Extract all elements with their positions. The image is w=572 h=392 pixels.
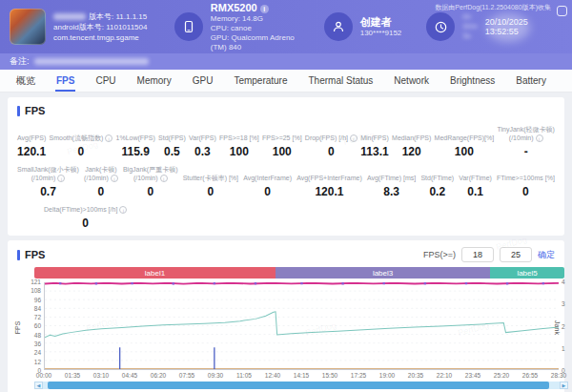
stat-cell: Avg(FTime) [ms]8.3 bbox=[367, 174, 416, 198]
info-icon[interactable]: i bbox=[119, 206, 127, 214]
stat-cell: Std(FTime)0.2 bbox=[420, 174, 454, 198]
stat-value: 0.7 bbox=[17, 185, 79, 198]
info-icon[interactable]: i bbox=[57, 175, 65, 182]
tab-memory[interactable]: Memory bbox=[129, 70, 180, 92]
stats-row: Avg(FPS)120.1Smooth(流畅指数)i01%Low(FPS)115… bbox=[17, 125, 555, 158]
x-axis-ticks: 00:0001:3503:1004:4506:2007:5509:3011:05… bbox=[44, 372, 559, 381]
stat-label: Smooth(流畅指数)i bbox=[49, 134, 112, 142]
xtick: 00:00 bbox=[36, 372, 51, 379]
game-version-line1: 版本号: 11.1.1.15 bbox=[53, 11, 147, 22]
stat-cell: Avg(InterFrame)0 bbox=[243, 174, 292, 198]
device-memory: Memory: 14.8G bbox=[211, 14, 299, 24]
stat-cell: Delta(FTime)>100ms [/h]i0 bbox=[44, 205, 127, 230]
tab-gpu[interactable]: GPU bbox=[184, 70, 222, 92]
tab-cpu[interactable]: CPU bbox=[87, 70, 124, 92]
fps-threshold-controls: FPS(>=) 确定 bbox=[423, 247, 555, 262]
fps-chart-svg bbox=[45, 282, 559, 369]
ytick: 12 bbox=[34, 359, 41, 365]
remark-masked-text bbox=[34, 58, 149, 65]
stat-value: 8.3 bbox=[367, 185, 416, 198]
scene-label-label5[interactable]: label5 bbox=[490, 267, 564, 279]
tab-fps[interactable]: FPS bbox=[48, 70, 83, 92]
stat-label: Avg(FPS+InterFrame) bbox=[296, 174, 362, 182]
xtick: 28:30 bbox=[551, 372, 566, 379]
stat-value: 120.1 bbox=[296, 185, 362, 198]
tab-network[interactable]: Network bbox=[385, 70, 438, 92]
stat-label: Median(FPS) bbox=[392, 134, 431, 142]
stat-cell: Stutter(卡顿率) [%]0 bbox=[183, 174, 238, 198]
tab-temperature[interactable]: Temperature bbox=[225, 70, 296, 92]
stat-cell: TinyJank(轻微卡顿)(/10min)i- bbox=[497, 125, 554, 158]
stat-label: Var(FPS) bbox=[189, 134, 216, 142]
game-app-icon bbox=[10, 9, 46, 45]
tab-brightness[interactable]: Brightness bbox=[441, 70, 503, 92]
fps-threshold-high-input[interactable] bbox=[500, 247, 532, 262]
float-widget-icon[interactable] bbox=[557, 6, 567, 16]
xtick: 14:15 bbox=[294, 372, 309, 379]
scrollbar-left-arrow-icon[interactable]: ◀ bbox=[34, 382, 43, 389]
stat-cell: Std(FPS)0.5 bbox=[158, 134, 186, 158]
info-icon[interactable]: i bbox=[111, 175, 118, 182]
scene-label-label3[interactable]: label3 bbox=[276, 267, 490, 279]
xtick: 25:20 bbox=[494, 372, 509, 379]
stat-value: - bbox=[497, 145, 554, 158]
info-icon[interactable]: i bbox=[536, 134, 543, 142]
xtick: 20:35 bbox=[408, 372, 423, 379]
creator-label: 创建者 bbox=[360, 15, 402, 29]
xtick: 04:45 bbox=[122, 372, 137, 379]
stat-cell: Avg(FPS+InterFrame)120.1 bbox=[296, 174, 362, 198]
section-accent-bar bbox=[17, 250, 20, 260]
stat-label: Std(FTime) bbox=[420, 174, 454, 182]
stat-label: Var(FTime) bbox=[459, 174, 492, 182]
xtick: 11:05 bbox=[236, 372, 252, 379]
ytick: 72 bbox=[34, 314, 41, 320]
stat-value: 0 bbox=[243, 185, 292, 198]
stat-cell: Var(FPS)0.3 bbox=[189, 134, 216, 158]
scrollbar-thumb[interactable] bbox=[48, 382, 549, 389]
stat-cell: MedRange(FPS)[%]100 bbox=[435, 134, 495, 158]
stat-label: Drop(FPS) [/h]i bbox=[305, 134, 358, 142]
stat-value: 0 bbox=[44, 217, 127, 230]
stat-value: 100 bbox=[219, 145, 259, 158]
y-axis-right-label: Jank bbox=[554, 320, 561, 335]
stat-cell: Median(FPS)120 bbox=[392, 134, 431, 158]
info-icon[interactable]: i bbox=[350, 134, 358, 142]
stat-label: Std(FPS) bbox=[158, 134, 186, 142]
xtick: 12:40 bbox=[265, 372, 280, 379]
tab-概览[interactable]: 概览 bbox=[8, 70, 44, 92]
scrollbar-right-arrow-icon[interactable]: ▶ bbox=[560, 382, 568, 389]
ytick: 3 bbox=[562, 300, 565, 307]
fps-chart[interactable]: 12110896847260483624120 FPS 43210 Jank 0… bbox=[17, 280, 555, 380]
tab-battery[interactable]: Battery bbox=[507, 70, 555, 92]
creator-phone: 130****9152 bbox=[360, 29, 402, 38]
threshold-apply-link[interactable]: 确定 bbox=[538, 249, 555, 261]
scrollbar-track[interactable] bbox=[43, 382, 560, 389]
stat-cell: Avg(FPS)120.1 bbox=[17, 134, 46, 158]
xtick: 26:55 bbox=[522, 372, 538, 379]
metric-tabbar: 概览FPSCPUMemoryGPUTemperatureThermal Stat… bbox=[0, 70, 572, 93]
stat-cell: SmallJank(微小卡顿)(/10min)i0.7 bbox=[17, 165, 79, 198]
fps-chart-title: FPS bbox=[17, 247, 45, 262]
test-duration: 0h 30m 3s bbox=[462, 12, 484, 41]
stat-label: SmallJank(微小卡顿)(/10min)i bbox=[17, 165, 79, 182]
device-gpu: GPU: Qualcomm Adreno (TM) 840 bbox=[211, 33, 299, 52]
stat-cell: Smooth(流畅指数)i0 bbox=[49, 134, 112, 158]
stat-cell: FTime>=100ms [%]0 bbox=[497, 174, 555, 198]
ytick: 96 bbox=[34, 297, 41, 303]
stat-cell: 1%Low(FPS)115.9 bbox=[116, 134, 155, 158]
info-icon[interactable]: i bbox=[160, 175, 168, 182]
y-axis-left-label: FPS bbox=[14, 321, 21, 335]
stat-value: 0 bbox=[183, 185, 238, 198]
device-info-icon[interactable]: i bbox=[260, 5, 269, 13]
scene-label-label1[interactable]: label1 bbox=[34, 267, 276, 279]
stat-label: MedRange(FPS)[%] bbox=[435, 134, 495, 142]
scene-label-bar: label1label3label5 bbox=[34, 267, 564, 279]
fps-threshold-low-input[interactable] bbox=[461, 247, 494, 262]
stat-cell: Min(FPS)113.1 bbox=[360, 134, 389, 158]
plot-area[interactable] bbox=[44, 282, 559, 370]
stat-cell: BigJank(严重卡顿)(/10min)i0 bbox=[123, 165, 178, 198]
phone-icon bbox=[174, 12, 203, 41]
user-icon bbox=[324, 12, 353, 41]
info-icon[interactable]: i bbox=[105, 134, 112, 142]
tab-thermal-status[interactable]: Thermal Status bbox=[300, 70, 382, 92]
